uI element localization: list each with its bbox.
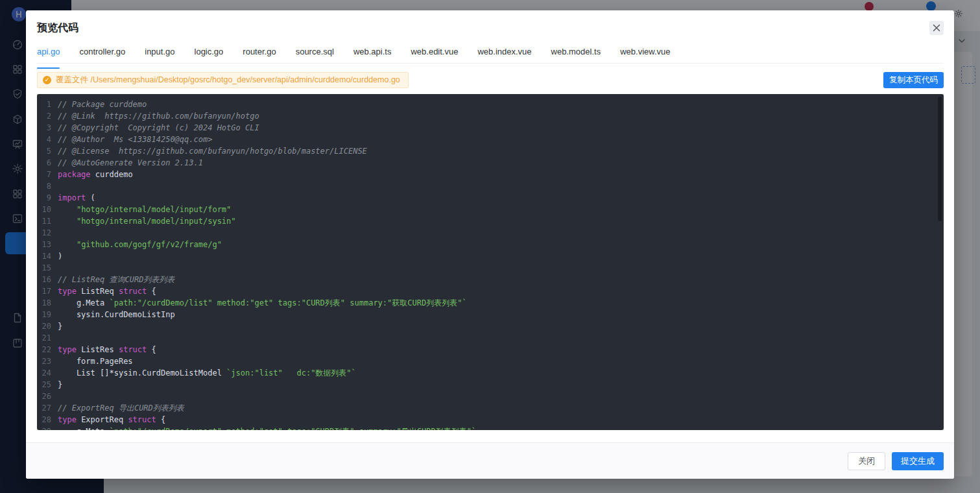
code-line: 17type ListReq struct { — [37, 285, 944, 297]
tab-controller.go[interactable]: controller.go — [79, 45, 125, 63]
code-line: 10 "hotgo/internal/model/input/form" — [37, 204, 944, 215]
code-editor: 1// Package curddemo2// @Link https://gi… — [37, 94, 944, 430]
check-circle-icon: ✓ — [43, 76, 51, 84]
screen: 预览代码 api.gocontroller.goinput.gologic.go… — [0, 0, 980, 493]
tab-source.sql[interactable]: source.sql — [296, 45, 334, 63]
code-line: 13 "github.com/gogf/gf/v2/frame/g" — [37, 239, 944, 250]
code-line: 22type ListRes struct { — [37, 344, 944, 355]
code-line: 3// @Copyright Copyright (c) 2024 HotGo … — [37, 122, 944, 134]
code-line: 27// ExportReq 导出CURD列表列表 — [37, 402, 944, 414]
tab-web.model.ts[interactable]: web.model.ts — [551, 45, 601, 63]
code-line: 21 — [37, 332, 944, 344]
code-scrollbar-thumb[interactable] — [938, 97, 942, 221]
code-line: 8 — [37, 180, 944, 192]
modal-title: 预览代码 — [37, 21, 78, 35]
alert-row: ✓ 覆盖文件 /Users/mengshuai/Desktop/gosrc/ho… — [37, 72, 944, 88]
tab-web.api.ts[interactable]: web.api.ts — [353, 45, 392, 63]
preview-code-modal: 预览代码 api.gocontroller.goinput.gologic.go… — [26, 10, 954, 479]
code-line: 14) — [37, 250, 944, 262]
code-line: 20} — [37, 320, 944, 332]
code-line: 6// @AutoGenerate Version 2.13.1 — [37, 157, 944, 169]
code-line: 7package curddemo — [37, 169, 944, 180]
code-line: 26 — [37, 391, 944, 402]
code-line: 5// @License https://github.com/bufanyun… — [37, 145, 944, 157]
overwrite-file-alert: ✓ 覆盖文件 /Users/mengshuai/Desktop/gosrc/ho… — [37, 72, 409, 88]
code-line: 15 — [37, 262, 944, 274]
modal-header: 预览代码 — [26, 10, 954, 45]
tab-api.go[interactable]: api.go — [37, 45, 60, 63]
code-line: 23 form.PageRes — [37, 355, 944, 367]
code-line: 28type ExportReq struct { — [37, 414, 944, 426]
code-line: 12 — [37, 227, 944, 239]
close-icon — [933, 24, 940, 32]
code-line: 16// ListReq 查询CURD列表列表 — [37, 274, 944, 285]
tab-router.go[interactable]: router.go — [243, 45, 276, 63]
file-tabs: api.gocontroller.goinput.gologic.goroute… — [37, 45, 943, 64]
copy-page-code-button[interactable]: 复制本页代码 — [883, 72, 944, 88]
code-line: 1// Package curddemo — [37, 99, 944, 110]
close-button[interactable] — [929, 21, 944, 35]
overwrite-file-text: 覆盖文件 /Users/mengshuai/Desktop/gosrc/hotg… — [56, 75, 400, 86]
code-line: 18 g.Meta `path:"/curdDemo/list" method:… — [37, 297, 944, 309]
tab-input.go[interactable]: input.go — [145, 45, 174, 63]
modal-footer: 关闭 提交生成 — [26, 442, 954, 479]
code-line: 29 g.Meta `path:"/curdDemo/export" metho… — [37, 426, 944, 430]
close-modal-button[interactable]: 关闭 — [848, 452, 885, 470]
code-line: 19 sysin.CurdDemoListInp — [37, 309, 944, 320]
submit-generate-button[interactable]: 提交生成 — [892, 452, 944, 470]
code-line: 9import ( — [37, 192, 944, 204]
code-line: 2// @Link https://github.com/bufanyun/ho… — [37, 110, 944, 122]
code-line: 24 List []*sysin.CurdDemoListModel `json… — [37, 367, 944, 379]
tab-web.index.vue[interactable]: web.index.vue — [477, 45, 531, 63]
tab-web.edit.vue[interactable]: web.edit.vue — [411, 45, 458, 63]
tab-logic.go[interactable]: logic.go — [195, 45, 224, 63]
code-line: 11 "hotgo/internal/model/input/sysin" — [37, 215, 944, 227]
code-line: 25} — [37, 379, 944, 391]
code-content: 1// Package curddemo2// @Link https://gi… — [37, 94, 944, 430]
tab-web.view.vue[interactable]: web.view.vue — [620, 45, 670, 63]
code-line: 4// @Author Ms <133814250@qq.com> — [37, 134, 944, 145]
